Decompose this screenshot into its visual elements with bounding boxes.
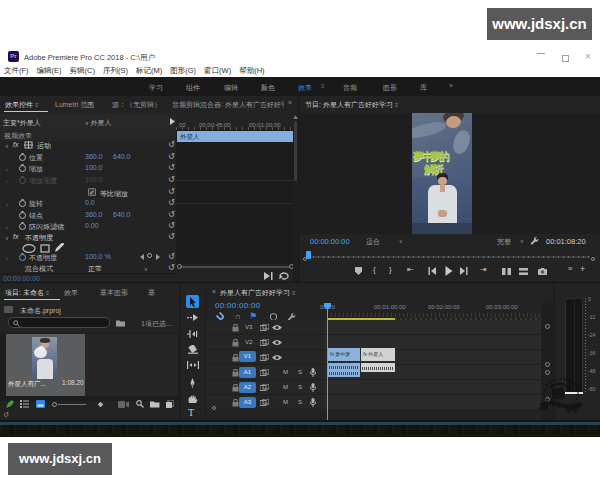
svg-text:$ $: $ $ (566, 406, 578, 415)
